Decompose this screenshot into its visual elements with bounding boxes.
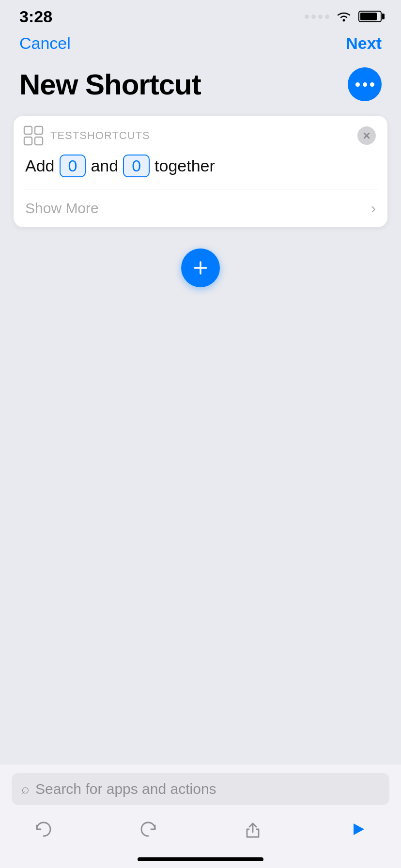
more-options-button[interactable] bbox=[348, 67, 382, 101]
home-indicator bbox=[138, 857, 263, 861]
show-more-row[interactable]: Show More › bbox=[14, 189, 387, 227]
redo-button[interactable] bbox=[134, 815, 163, 844]
svg-rect-3 bbox=[24, 137, 32, 145]
search-placeholder: Search for apps and actions bbox=[35, 781, 216, 797]
nav-bar: Cancel Next bbox=[0, 29, 401, 62]
add-action-button[interactable] bbox=[181, 248, 220, 287]
svg-rect-2 bbox=[35, 126, 43, 134]
grid-icon bbox=[23, 125, 44, 146]
chevron-right-icon: › bbox=[371, 200, 376, 217]
wifi-icon bbox=[335, 10, 353, 23]
page-title: New Shortcut bbox=[19, 68, 201, 101]
action-card-header: TESTSHORTCUTS bbox=[14, 116, 387, 153]
action-label-row: TESTSHORTCUTS bbox=[23, 125, 150, 146]
show-more-label: Show More bbox=[25, 200, 99, 217]
signal-icon bbox=[305, 15, 329, 19]
next-button[interactable]: Next bbox=[346, 34, 382, 53]
svg-point-0 bbox=[343, 19, 345, 22]
svg-rect-1 bbox=[24, 126, 32, 134]
cancel-button[interactable]: Cancel bbox=[19, 34, 71, 53]
value-pill-2[interactable]: 0 bbox=[123, 155, 150, 177]
search-bar[interactable]: ⌕ Search for apps and actions bbox=[12, 773, 389, 805]
action-body: Add 0 and 0 together bbox=[14, 153, 387, 189]
svg-rect-4 bbox=[35, 137, 43, 145]
status-time: 3:28 bbox=[19, 7, 52, 26]
add-button-container bbox=[0, 248, 401, 287]
share-button[interactable] bbox=[238, 815, 267, 844]
action-card: TESTSHORTCUTS Add 0 and 0 together Show … bbox=[14, 116, 387, 227]
page-title-row: New Shortcut bbox=[0, 62, 401, 116]
battery-icon bbox=[358, 11, 382, 22]
search-icon: ⌕ bbox=[21, 781, 30, 797]
action-source-label: TESTSHORTCUTS bbox=[50, 129, 150, 142]
action-text-together: together bbox=[154, 156, 215, 175]
undo-button[interactable] bbox=[29, 815, 58, 844]
close-action-button[interactable] bbox=[357, 126, 376, 145]
action-text-add: Add bbox=[25, 156, 55, 175]
search-bar-container[interactable]: ⌕ Search for apps and actions bbox=[0, 764, 401, 810]
bottom-toolbar bbox=[0, 810, 401, 853]
bottom-panel: ⌕ Search for apps and actions bbox=[0, 764, 401, 868]
status-bar: 3:28 bbox=[0, 0, 401, 29]
play-button[interactable] bbox=[343, 815, 372, 844]
status-icons bbox=[305, 10, 382, 23]
value-pill-1[interactable]: 0 bbox=[60, 155, 86, 177]
action-text-and: and bbox=[91, 156, 118, 175]
